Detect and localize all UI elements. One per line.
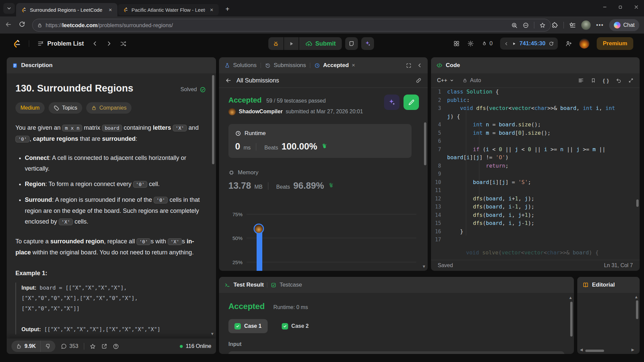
tab-test-result[interactable]: Test Result — [233, 282, 264, 288]
author-name[interactable]: ShadowCompiler — [239, 109, 283, 115]
share-icon[interactable] — [101, 343, 107, 349]
scroll-up-arrow[interactable]: ▲ — [569, 296, 573, 300]
check-icon — [234, 323, 241, 329]
tab-close-button[interactable]: × — [107, 6, 113, 13]
premium-button[interactable]: Premium — [597, 37, 633, 50]
prev-problem-icon[interactable] — [92, 41, 98, 47]
refresh-button[interactable] — [19, 21, 25, 29]
lock-icon — [37, 23, 42, 28]
link-icon[interactable] — [416, 77, 422, 83]
code-tab[interactable]: Code — [446, 62, 460, 69]
runtime-card[interactable]: Runtime 0 ms Beats 100.00% — [228, 124, 412, 158]
language-selector[interactable]: C++ — [437, 77, 454, 83]
gear-icon[interactable] — [467, 40, 474, 47]
timer-reset-icon[interactable] — [549, 41, 554, 46]
close-button[interactable] — [628, 0, 644, 14]
undo-icon[interactable] — [616, 78, 622, 83]
maximize-button[interactable] — [612, 0, 628, 14]
companies-tag[interactable]: Companies — [86, 102, 131, 114]
favorites-bar-icon[interactable] — [569, 22, 576, 28]
browser-tab-active[interactable]: Surrounded Regions - LeetCode × — [16, 3, 117, 16]
tab-solutions[interactable]: Solutions — [224, 62, 257, 69]
scroll-up-arrow[interactable]: ▲ — [634, 295, 638, 299]
editorial-scrollbar-thumb[interactable] — [636, 300, 638, 319]
scroll-down-arrow[interactable]: ▼ — [210, 332, 214, 336]
tab-search-button[interactable] — [3, 3, 15, 14]
dislike-button[interactable] — [41, 341, 55, 352]
settings-menu-icon[interactable]: ••• — [596, 22, 604, 28]
description-tab[interactable]: Description — [21, 62, 53, 69]
back-arrow-icon[interactable] — [225, 77, 232, 84]
scroll-down-arrow[interactable]: ▼ — [422, 264, 426, 268]
favorite-star-icon[interactable] — [90, 343, 96, 350]
ai-assistant-button[interactable] — [361, 37, 374, 50]
comments-button[interactable]: 353 — [61, 343, 78, 349]
close-tab-icon[interactable]: × — [352, 62, 355, 69]
copilot-chat-button[interactable]: Chat — [609, 19, 639, 31]
tab-testcase[interactable]: Testcase — [271, 282, 302, 288]
debug-button[interactable] — [268, 37, 283, 50]
tab-accepted[interactable]: Accepted × — [314, 62, 355, 69]
edit-solution-button[interactable] — [404, 95, 419, 110]
expand-icon[interactable] — [628, 78, 634, 83]
editorial-hscrollbar-thumb[interactable] — [585, 350, 604, 352]
code-line: 2public: — [431, 96, 636, 105]
fullscreen-icon[interactable] — [406, 63, 412, 68]
format-lines-icon[interactable] — [578, 77, 584, 83]
case-1-button[interactable]: Case 1 — [228, 319, 268, 333]
leetcode-logo[interactable] — [12, 39, 21, 48]
shuffle-icon[interactable] — [120, 41, 126, 47]
address-bar[interactable]: https://leetcode.com/problems/surrounded… — [32, 19, 551, 32]
invite-user-icon[interactable] — [565, 40, 572, 47]
braces-icon[interactable]: { } — [603, 78, 609, 83]
editorial-tab[interactable]: Editorial — [592, 282, 615, 288]
topics-tag[interactable]: Topics — [49, 102, 82, 114]
memory-section[interactable]: Memory 13.78 MB Beats 96.89% — [228, 169, 418, 191]
problem-list-button[interactable]: Problem List — [37, 40, 84, 47]
next-problem-icon[interactable] — [106, 41, 112, 47]
distribution-user-marker[interactable] — [254, 224, 264, 234]
scroll-left-arrow[interactable]: ◀ — [580, 348, 583, 352]
case-2-button[interactable]: Case 2 — [276, 319, 315, 333]
distribution-bar[interactable] — [257, 229, 262, 271]
run-button[interactable] — [283, 37, 299, 50]
submit-button[interactable]: Submit — [299, 37, 342, 50]
ai-analyze-button[interactable] — [384, 95, 399, 110]
zoom-in-icon[interactable] — [511, 22, 518, 28]
back-button[interactable] — [5, 21, 12, 29]
help-icon[interactable] — [113, 343, 119, 350]
scroll-right-arrow[interactable]: ▶ — [632, 348, 634, 352]
test-scrollbar-thumb[interactable] — [570, 302, 573, 337]
gridline — [247, 214, 416, 215]
extensions-icon[interactable] — [551, 22, 558, 28]
input-value-box[interactable] — [228, 351, 565, 354]
submissions-scrollbar-thumb[interactable] — [424, 122, 426, 165]
favorite-star-icon[interactable] — [539, 22, 546, 28]
description-panel-header: Description — [7, 57, 216, 73]
tab-close-button[interactable]: × — [209, 6, 215, 13]
problem-statement: You are given an m x n matrix board cont… — [15, 122, 206, 144]
user-avatar[interactable] — [579, 39, 589, 49]
collapse-panel-icon[interactable] — [417, 63, 422, 68]
difficulty-badge[interactable]: Medium — [15, 102, 45, 114]
streak-counter[interactable]: 0 — [481, 40, 492, 47]
bookmark-icon[interactable] — [591, 78, 596, 83]
notes-button[interactable] — [345, 37, 358, 50]
layout-grid-icon[interactable] — [453, 40, 460, 47]
minimize-button[interactable] — [597, 0, 612, 14]
description-scrollbar-thumb[interactable] — [212, 75, 214, 164]
online-count: 116 Online — [186, 343, 211, 349]
timer-play-icon[interactable] — [512, 42, 516, 46]
all-submissions-label[interactable]: All Submissions — [236, 77, 279, 84]
like-button[interactable]: 9.9K — [11, 341, 40, 352]
code-editor[interactable]: 1class Solution {2public:3 void dfs(vect… — [431, 88, 636, 260]
auto-mode-toggle[interactable]: Auto — [463, 77, 481, 83]
site-info-icon[interactable] — [523, 22, 529, 28]
timer-widget[interactable]: 741:45:30 — [500, 38, 558, 50]
collapse-timer-icon[interactable] — [504, 42, 508, 46]
browser-profile-avatar[interactable] — [581, 20, 591, 30]
tab-submissions[interactable]: Submissions — [265, 62, 306, 69]
editor-scrollbar-thumb[interactable] — [636, 199, 639, 207]
browser-tab-inactive[interactable]: Pacific Atlantic Water Flow - LeetC × — [118, 4, 219, 15]
new-tab-button[interactable]: + — [223, 4, 232, 14]
